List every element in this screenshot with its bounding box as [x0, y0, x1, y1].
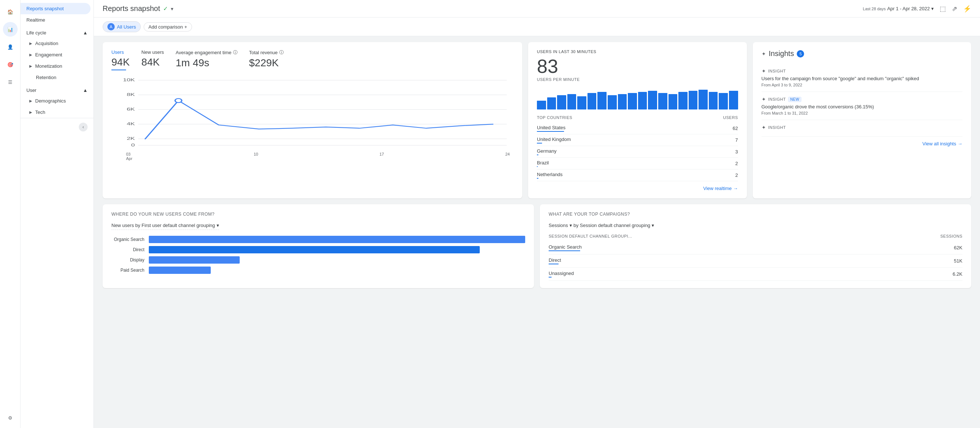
bar-label-organic: Organic Search [111, 237, 145, 242]
header-left: Reports snapshot ✓ ▾ [103, 5, 173, 13]
person-icon[interactable]: 👤 [3, 40, 18, 54]
sidebar-collapse-button[interactable]: ‹ [79, 123, 88, 132]
mini-bar [689, 91, 698, 109]
insight-item-2: ✦ INSIGHT New Google/organic drove the m… [762, 92, 963, 120]
date-range-selector[interactable]: Last 28 days Apr 1 - Apr 28, 2022 ▾ [863, 6, 934, 11]
sidebar-item-acquisition[interactable]: ▶ Acquisition [21, 38, 91, 49]
country-row-br: Brazil 2 [537, 158, 738, 170]
target-icon[interactable]: 🎯 [3, 57, 18, 72]
insight-label-1: ✦ INSIGHT [762, 68, 963, 74]
left-icon-column: 🏠 📊 👤 🎯 ☰ ⚙ [0, 0, 21, 428]
info-icon: ⓘ [233, 49, 237, 55]
avg-engagement-label: Average engagement time ⓘ [175, 49, 237, 55]
view-realtime-button[interactable]: View realtime → [537, 185, 738, 191]
title-dropdown-icon[interactable]: ▾ [171, 6, 173, 12]
countries-header-label: TOP COUNTRIES [537, 115, 573, 120]
settings-icon[interactable]: ⚙ [3, 411, 18, 425]
view-realtime-label: View realtime [703, 185, 732, 191]
export-icon[interactable]: ⬚ [940, 5, 946, 13]
campaign-col1-header: SESSION DEFAULT CHANNEL GROUPI... [549, 234, 632, 238]
sidebar-item-demographics[interactable]: ▶ Demographics [21, 95, 91, 106]
mini-bar [547, 97, 556, 109]
realtime-mini-bars [537, 87, 738, 109]
sidebar-item-tech-label: Tech [35, 109, 45, 115]
filter-bar: A All Users Add comparison + [94, 17, 980, 36]
total-revenue-label: Total revenue ⓘ [249, 49, 284, 55]
sessions-dropdown-icon: ▾ [570, 223, 572, 228]
sidebar-item-engagement-label: Engagement [35, 52, 62, 57]
country-row-de: Germany 3 [537, 146, 738, 158]
svg-text:0: 0 [131, 143, 135, 147]
chart-icon[interactable]: 📊 [3, 22, 18, 36]
new-users-bar-chart: Organic Search Direct Display Paid [111, 236, 525, 274]
insights-title: Insights [769, 49, 794, 58]
mini-bar [557, 95, 566, 109]
metrics-chart-card: Users 94K New users 84K Average engageme… [103, 42, 522, 198]
bar-label-direct: Direct [111, 247, 145, 252]
insight-icon-3: ✦ [762, 124, 766, 130]
insights-sparkle-icon: ✦ [762, 51, 766, 57]
country-row-nl: Netherlands 2 [537, 170, 738, 181]
share-icon[interactable]: ⇗ [952, 5, 957, 13]
sidebar-section-user[interactable]: User ▲ [21, 83, 94, 95]
mini-bar [658, 93, 667, 109]
insight-label-2: ✦ INSIGHT New [762, 96, 963, 102]
sidebar-section-lifecycle[interactable]: Life cycle ▲ [21, 25, 94, 38]
campaign-name-direct: Direct [549, 257, 561, 263]
compare-icon[interactable]: ⚡ [963, 5, 971, 13]
mini-bar [618, 94, 627, 109]
sidebar-item-reports-snapshot[interactable]: Reports snapshot [21, 3, 91, 14]
campaign-name-organic: Organic Search [549, 244, 582, 250]
chart-x-labels: 03Apr 10 17 24 [111, 151, 514, 162]
by-dropdown-icon: ▾ [652, 223, 654, 228]
bar-fill-paid [149, 266, 211, 274]
mini-bar [597, 92, 606, 109]
bottom-cards-row: WHERE DO YOUR NEW USERS COME FROM? New u… [103, 204, 971, 288]
add-comparison-button[interactable]: Add comparison + [144, 22, 192, 32]
insight-text-1: Users for the campaign from source "goog… [762, 75, 963, 82]
mini-bar [638, 92, 647, 109]
bar-label-paid: Paid Search [111, 268, 145, 273]
sessions-dropdown[interactable]: Sessions ▾ [549, 223, 572, 228]
sidebar-item-retention[interactable]: Retention [21, 72, 91, 83]
country-name-uk: United Kingdom [537, 136, 571, 142]
all-users-filter-chip[interactable]: A All Users [103, 21, 141, 32]
new-users-section-title: WHERE DO YOUR NEW USERS COME FROM? [111, 212, 525, 217]
realtime-sub: USERS PER MINUTE [537, 77, 738, 82]
sidebar-item-retention-label: Retention [29, 75, 56, 80]
country-row-us: United States 62 [537, 123, 738, 135]
insight-icon-2: ✦ [762, 96, 766, 102]
sidebar-item-tech[interactable]: ▶ Tech [21, 106, 91, 118]
chart-label-3: 17 [379, 152, 384, 161]
new-users-dropdown[interactable]: New users by First user default channel … [111, 223, 219, 230]
insight-icon-1: ✦ [762, 68, 766, 74]
chart-label-4: 24 [505, 152, 510, 161]
all-users-avatar: A [107, 23, 115, 30]
insight-text-2: Google/organic drove the most conversion… [762, 104, 963, 110]
campaign-row-organic: Organic Search 62K [549, 241, 963, 254]
by-label: by Session default channel grouping [574, 223, 651, 228]
country-bar-de [537, 154, 538, 155]
view-realtime-arrow: → [733, 185, 738, 191]
arrow-right-icon: ▶ [29, 99, 32, 103]
left-sidebar: Reports snapshot Realtime Life cycle ▲ ▶… [21, 0, 94, 428]
new-users-dropdown-label: New users by First user default channel … [111, 223, 215, 228]
mini-bar [678, 92, 687, 109]
users-value: 94K [111, 56, 130, 68]
sidebar-item-realtime[interactable]: Realtime [21, 14, 91, 25]
sidebar-item-monetization[interactable]: ▶ Monetization [21, 60, 91, 72]
campaigns-section-title: WHAT ARE YOUR TOP CAMPAIGNS? [549, 212, 963, 217]
country-row-uk: United Kingdom 7 [537, 135, 738, 146]
top-cards-row: Users 94K New users 84K Average engageme… [103, 42, 971, 198]
bar-row-organic: Organic Search [111, 236, 525, 243]
bar-fill-direct [149, 246, 480, 254]
list-icon[interactable]: ☰ [3, 75, 18, 89]
home-icon[interactable]: 🏠 [3, 5, 18, 19]
insight-date-1: From April 3 to 9, 2022 [762, 83, 963, 87]
countries-section: TOP COUNTRIES USERS United States 62 [537, 115, 738, 181]
sidebar-item-engagement[interactable]: ▶ Engagement [21, 49, 91, 60]
avg-engagement-value: 1m 49s [175, 57, 237, 69]
view-all-label: View all insights [923, 141, 956, 146]
view-all-insights-button[interactable]: View all insights → [762, 141, 963, 146]
content-body: Users 94K New users 84K Average engageme… [94, 36, 980, 300]
